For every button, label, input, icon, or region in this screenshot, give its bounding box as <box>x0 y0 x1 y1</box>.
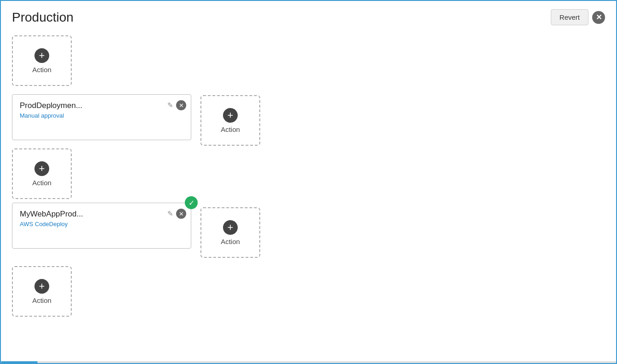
close-button[interactable]: ✕ <box>592 11 605 24</box>
stage-name-1: ProdDeploymen... <box>20 101 183 110</box>
remove-icon-1: ✕ <box>179 102 184 109</box>
close-icon: ✕ <box>596 13 602 22</box>
page-header: Production Revert ✕ <box>1 1 616 31</box>
revert-button[interactable]: Revert <box>551 9 588 25</box>
main-window: Production Revert ✕ + Action ProdD <box>0 0 617 364</box>
plus-icon-5: + <box>34 279 49 294</box>
header-actions: Revert ✕ <box>551 9 605 25</box>
col-right-2: + Action <box>200 207 260 258</box>
stage-2-wrapper: ✓ MyWebAppProd... AWS CodeDeploy ✎ ✕ <box>12 203 191 249</box>
stage-name-2: MyWebAppProd... <box>20 210 183 219</box>
stage-type-2: AWS CodeDeploy <box>20 221 183 228</box>
col-right-1: + Action <box>200 95 260 146</box>
action-label-2: Action <box>221 125 240 133</box>
plus-icon-3: + <box>34 161 49 176</box>
plus-icon-1: + <box>34 48 49 63</box>
action-add-box-4[interactable]: + Action <box>200 207 260 258</box>
action-add-box-1[interactable]: + Action <box>12 35 72 86</box>
col-left-1: + Action ProdDeploymen... Manual approva… <box>12 35 191 199</box>
edit-icon-2[interactable]: ✎ <box>167 210 173 218</box>
plus-icon-2: + <box>223 108 238 123</box>
row-1: + Action ProdDeploymen... Manual approva… <box>12 35 605 199</box>
pipeline-canvas: + Action ProdDeploymen... Manual approva… <box>1 31 616 321</box>
action-add-box-2[interactable]: + Action <box>200 95 260 146</box>
action-label-1: Action <box>32 66 51 74</box>
card-icons-2: ✎ ✕ <box>167 209 186 219</box>
remove-button-1[interactable]: ✕ <box>176 100 186 110</box>
stage-card-2: MyWebAppProd... AWS CodeDeploy ✎ ✕ <box>12 203 191 249</box>
action-label-3: Action <box>32 179 51 187</box>
remove-icon-2: ✕ <box>179 210 184 217</box>
row-2: ✓ MyWebAppProd... AWS CodeDeploy ✎ ✕ <box>12 203 605 258</box>
action-add-box-5[interactable]: + Action <box>12 266 72 317</box>
action-label-5: Action <box>32 296 51 304</box>
success-icon: ✓ <box>189 199 194 207</box>
success-badge: ✓ <box>185 196 198 209</box>
card-icons-1: ✎ ✕ <box>167 100 186 110</box>
stage-type-1: Manual approval <box>20 112 183 119</box>
remove-button-2[interactable]: ✕ <box>176 209 186 219</box>
edit-icon-1[interactable]: ✎ <box>167 101 173 109</box>
plus-icon-4: + <box>223 220 238 235</box>
scroll-indicator <box>1 361 616 363</box>
row-3: + Action <box>12 266 605 317</box>
stage-card-1: ProdDeploymen... Manual approval ✎ ✕ <box>12 94 191 140</box>
action-label-4: Action <box>221 238 240 245</box>
action-add-box-3[interactable]: + Action <box>12 148 72 199</box>
page-title: Production <box>12 10 74 25</box>
scroll-thumb <box>1 361 38 363</box>
